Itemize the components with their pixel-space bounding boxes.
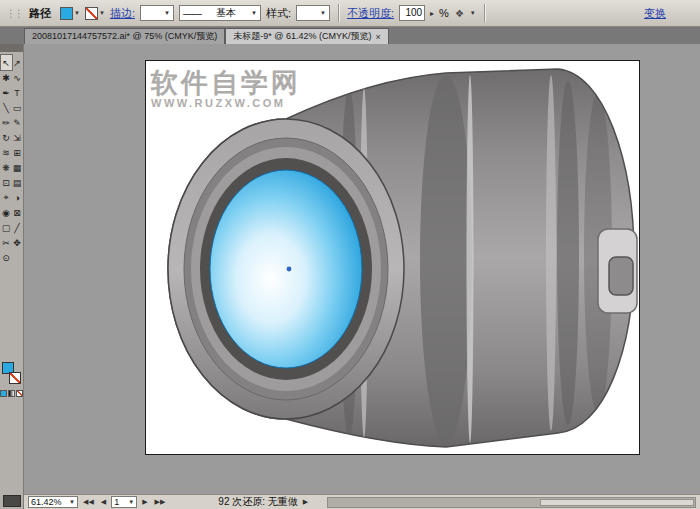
close-icon[interactable]: × (375, 32, 380, 42)
stroke-color-swatch[interactable]: ▼ (85, 7, 105, 20)
control-bar: ⋮⋮ 路径 ▼ ▼ 描边: ▼ —— 基本 ▼ 样式: ▼ 不透明度: 100 … (0, 0, 700, 27)
brush-profile-value: 基本 (216, 6, 236, 20)
gradient-tool[interactable]: ▤ (12, 175, 23, 190)
pen-tool-icon: ✒ (2, 88, 10, 98)
zoom-level-select[interactable]: 61.42% ▼ (28, 496, 78, 508)
rotate-tool[interactable]: ↻ (1, 130, 12, 145)
chevron-down-icon: ▼ (251, 10, 257, 16)
slice-tool[interactable]: ╱ (12, 220, 23, 235)
lasso-tool[interactable]: ∿ (12, 70, 23, 85)
hand-tool[interactable]: ✥ (12, 235, 23, 250)
direct-selection-tool-icon: ↗ (13, 58, 21, 68)
artboard[interactable]: 软件自学网 WWW.RUZXW.COM (145, 60, 640, 455)
chevron-down-icon[interactable]: ▼ (470, 10, 476, 16)
chevron-down-icon: ▼ (164, 10, 170, 16)
stroke-link[interactable]: 描边: (110, 6, 135, 21)
paintbrush-tool[interactable]: ✏ (1, 115, 12, 130)
direct-selection-tool[interactable]: ↗ (12, 55, 23, 70)
canvas[interactable]: 软件自学网 WWW.RUZXW.COM (24, 44, 700, 494)
zoom-tool-icon: ⊙ (2, 253, 10, 263)
color-mode-button[interactable] (0, 390, 7, 397)
transform-link[interactable]: 变换 (644, 6, 666, 21)
lasso-tool-icon: ∿ (13, 73, 21, 83)
rectangle-tool[interactable]: ▭ (12, 100, 23, 115)
graph-tool[interactable]: ▦ (12, 160, 23, 175)
crop-area-tool-icon: ▢ (2, 223, 11, 233)
chevron-down-icon: ▼ (69, 499, 75, 505)
scrollbar-thumb[interactable] (540, 499, 694, 506)
live-paint-bucket-tool[interactable]: ◉ (1, 205, 12, 220)
graph-tool-icon: ▦ (13, 163, 22, 173)
paint-mode-row (0, 390, 23, 397)
pencil-tool-icon: ✎ (13, 118, 21, 128)
brush-definition-select[interactable]: —— 基本 ▼ (179, 5, 261, 21)
lens-glass[interactable] (210, 170, 362, 368)
scale-tool-icon: ⇲ (13, 133, 21, 143)
next-page-button[interactable]: ▶ (140, 498, 149, 506)
panel-grip-icon[interactable]: ⋮⋮ (6, 8, 22, 19)
last-page-button[interactable]: ▶▶ (153, 498, 168, 506)
tab-title: 20081017144757572.ai* @ 75% (CMYK/预览) (32, 30, 217, 43)
scissors-tool-icon: ✂ (2, 238, 10, 248)
gradient-mode-button[interactable] (8, 390, 15, 397)
free-transform-tool[interactable]: ⊞ (12, 145, 23, 160)
line-tool-icon: ╲ (3, 103, 8, 113)
document-tab-active[interactable]: 未标题-9* @ 61.42% (CMYK/预览) × (225, 28, 388, 44)
pencil-tool[interactable]: ✎ (12, 115, 23, 130)
paintbrush-tool-icon: ✏ (2, 118, 10, 128)
opacity-input[interactable]: 100 (399, 5, 425, 21)
scissors-tool[interactable]: ✂ (1, 235, 12, 250)
warp-tool[interactable]: ≋ (1, 145, 12, 160)
eyedropper-tool-icon: ⌖ (3, 192, 8, 203)
none-mode-button[interactable] (16, 390, 23, 397)
blend-tool[interactable]: ◑ (12, 190, 23, 205)
chevron-down-icon: ▼ (320, 10, 326, 16)
live-paint-selection-tool[interactable]: ⊠ (12, 205, 23, 220)
tools-panel-header[interactable] (0, 44, 23, 52)
context-label: 路径 (29, 6, 51, 21)
selection-tool-icon: ↖ (2, 58, 10, 68)
mesh-tool-icon: ⊡ (2, 178, 10, 188)
latch[interactable] (598, 229, 637, 313)
gradient-tool-icon: ▤ (13, 178, 22, 188)
anchor-point[interactable] (287, 267, 292, 272)
horizontal-scrollbar[interactable] (327, 497, 696, 508)
opacity-link[interactable]: 不透明度: (347, 6, 394, 21)
chevron-down-icon: ▼ (74, 10, 80, 16)
type-tool[interactable]: T (12, 85, 23, 100)
pen-tool[interactable]: ✒ (1, 85, 12, 100)
mesh-tool[interactable]: ⊡ (1, 175, 12, 190)
warp-tool-icon: ≋ (2, 148, 10, 158)
toolbar-stroke-swatch[interactable] (9, 372, 21, 384)
document-tab-inactive[interactable]: 20081017144757572.ai* @ 75% (CMYK/预览) (24, 28, 225, 44)
fill-color-swatch[interactable]: ▼ (60, 7, 80, 20)
undo-status-text: 92 次还原: 无重做 (218, 495, 297, 509)
scale-tool[interactable]: ⇲ (12, 130, 23, 145)
symbol-sprayer-tool[interactable]: ❋ (1, 160, 12, 175)
status-expand-icon[interactable]: ▶ (301, 498, 310, 506)
tools-panel: ↖↗✱∿✒T╲▭✏✎↻⇲≋⊞❋▦⊡▤⌖◑◉⊠▢╱✂✥⊙ (0, 44, 24, 509)
lens-artwork[interactable] (146, 61, 641, 456)
document-tab-bar: 20081017144757572.ai* @ 75% (CMYK/预览) 未标… (0, 27, 700, 44)
brush-stroke-preview: —— (183, 8, 201, 19)
selection-tool[interactable]: ↖ (1, 55, 12, 70)
page-number-select[interactable]: 1 ▼ (111, 496, 137, 508)
separator (338, 4, 339, 22)
separator (484, 4, 485, 22)
crop-area-tool[interactable]: ▢ (1, 220, 12, 235)
zoom-tool[interactable]: ⊙ (1, 250, 12, 265)
stroke-weight-select[interactable]: ▼ (140, 5, 174, 21)
prev-page-button[interactable]: ◀ (99, 498, 108, 506)
style-select[interactable]: ▼ (296, 5, 330, 21)
line-tool[interactable]: ╲ (1, 100, 12, 115)
opacity-spinner-icon[interactable]: ▸ (430, 9, 434, 18)
first-page-button[interactable]: ◀◀ (81, 498, 96, 506)
free-transform-tool-icon: ⊞ (13, 148, 21, 158)
stroke-none-icon (85, 7, 98, 20)
screen-mode-button[interactable] (3, 495, 21, 507)
symbol-sprayer-tool-icon: ❋ (2, 163, 10, 173)
eyedropper-tool[interactable]: ⌖ (1, 190, 12, 205)
live-paint-bucket-tool-icon: ◉ (2, 208, 10, 218)
magic-wand-tool[interactable]: ✱ (1, 70, 12, 85)
graphic-style-icon[interactable]: ❖ (454, 8, 465, 19)
